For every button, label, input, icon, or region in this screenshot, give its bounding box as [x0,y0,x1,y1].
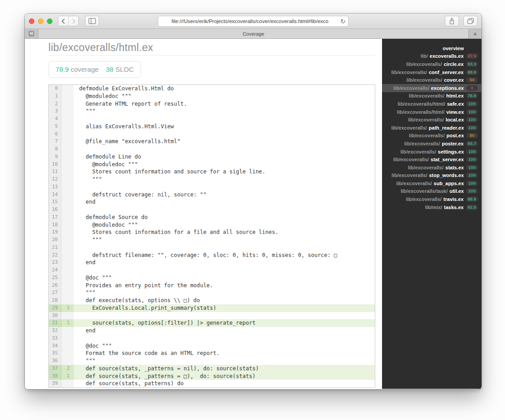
address-bar[interactable]: file:///Users/erik/Projects/excoveralls/… [158,16,349,27]
hit-count: 1 [61,373,74,380]
sidebar-file-item[interactable]: lib/excoveralls/settings.ex100 [382,148,481,156]
reload-icon[interactable]: ↻ [340,17,345,27]
sidebar-file-item[interactable]: lib/excoveralls/stats.ex100 [382,163,481,172]
sidebar-file-item[interactable]: lib/excoveralls/circle.ex93.3 [382,60,481,68]
coverage-percent-pill: 93.3 [466,61,478,67]
sloc-value: 38 [106,65,113,73]
sidebar-file-item[interactable]: lib/excoveralls/html/view.ex100 [382,108,481,116]
code-line: 34 @doc """ [49,342,375,350]
sidebar-file-item[interactable]: lib/mix/tasks.ex92.5 [382,203,481,211]
source-text [74,244,375,252]
browser-toolbar: file:///Users/erik/Projects/excoveralls/… [25,14,481,29]
hit-count [61,229,74,236]
sidebar-file-item[interactable]: lib/excoveralls/conf_server.ex88.9 [382,68,481,76]
sidebar-file-item[interactable]: lib/excoveralls/travis.ex88.9 [382,195,481,203]
code-line: 33 [49,335,375,342]
forward-button[interactable] [68,16,78,26]
line-number: 10 [49,161,61,168]
file-directory: lib/excoveralls/ [404,141,440,146]
coverage-percent-pill: 100 [466,188,478,194]
file-name: poster.ex [442,141,463,146]
line-number: 12 [49,176,61,183]
coverage-percent-pill: 100 [466,165,478,170]
code-line: 6 [49,131,375,138]
code-line: 27 """ [49,289,375,297]
source-text: ExCoveralls.Local.print_summary(stats) [74,304,375,312]
sidebar-file-item[interactable]: lib/excoveralls/html.ex78.9 [382,92,481,100]
sidebar-file-item[interactable]: lib/excoveralls/exceptions.ex0 [382,84,481,92]
pinned-tab[interactable]: H [25,29,38,38]
hit-count [61,282,74,289]
source-text: @doc """ [74,342,375,350]
coverage-percent-pill: 100 [466,117,478,122]
coverage-percent-pill: 85.7 [466,141,478,146]
line-number: 0 [49,85,61,93]
sidebar-file-item[interactable]: lib/excoveralls/poster.ex85.7 [382,140,481,148]
code-line: 9 defmodule Line do [49,153,375,161]
sidebar-toggle-button[interactable] [85,16,99,26]
sidebar-file-item[interactable]: lib/excoveralls/sub_apps.ex100 [382,179,481,187]
sidebar-file-item[interactable]: lib/excoveralls/post.ex80 [382,132,481,140]
close-window-button[interactable] [29,19,34,24]
file-directory: lib/ [420,53,428,59]
line-number: 5 [49,123,61,131]
window-controls [29,19,52,24]
minimize-window-button[interactable] [38,19,43,24]
coverage-percent-pill: 88.9 [466,70,478,75]
line-number: 19 [49,229,61,236]
code-line: 39 def source(stats, patterns) do [49,380,375,387]
line-number: 24 [49,266,61,274]
sidebar-file-item[interactable]: lib/excoveralls/path_reader.ex100 [382,124,481,132]
tab-coverage[interactable]: Coverage [38,29,469,38]
coverage-file-list: overviewlib/excoveralls.ex37.5lib/excove… [382,39,481,389]
hit-count: 1 [61,304,74,312]
file-name: stop_words.ex [429,173,464,178]
hit-count [61,191,74,199]
sidebar-file-item[interactable]: lib/excoveralls/stat_server.ex100 [382,155,481,163]
source-text: def source(stats, patterns) do [74,380,375,387]
new-tab-button[interactable]: + [469,29,481,38]
file-directory: lib/excoveralls/ [406,196,442,202]
code-line: 311 source(stats, options[:filter]) |> g… [49,319,375,327]
coverage-percent-pill: 80 [466,133,478,138]
source-text: """ [74,107,375,115]
sidebar-file-item[interactable]: lib/excoveralls.ex37.5 [382,52,481,61]
line-number: 8 [49,145,61,153]
hit-count [61,161,74,168]
code-line: 3 """ [49,107,375,115]
hit-count [61,100,74,108]
sidebar-file-item[interactable]: lib/excoveralls/cover.ex50 [382,76,481,84]
file-directory: lib/excoveralls/ [391,125,427,131]
coverage-percent-pill: 88.9 [466,196,478,202]
source-text: def source(stats, _patterns = □), do: so… [74,373,375,380]
file-directory: lib/excoveralls/ [392,173,427,178]
hit-count [61,335,74,342]
source-text [74,335,375,342]
line-number: 11 [49,168,61,176]
show-tabs-button[interactable] [463,16,477,26]
back-button[interactable] [58,16,68,26]
source-text [74,183,375,191]
hit-count [61,259,74,266]
source-text: end [74,327,375,335]
hit-count [61,176,74,183]
file-directory: lib/excoveralls/html/ [398,101,445,107]
code-line: 16 [49,206,375,214]
coverage-percent-pill: 100 [466,157,478,162]
sidebar-item-overview[interactable]: overview [382,44,481,52]
source-text: """ [74,176,375,183]
coverage-percent-pill: 0 [466,85,478,91]
coverage-summary-badge: 78.9 coverage 38 SLOC [48,61,141,78]
sidebar-file-item[interactable]: lib/excoveralls/local.ex100 [382,116,481,124]
coverage-percent-value: 78.9 [56,65,69,73]
file-directory: lib/excoveralls/ [406,77,442,83]
line-number: 4 [49,115,61,123]
coverage-label: coverage [71,65,99,73]
sidebar-file-item[interactable]: lib/excoveralls/task/util.ex100 [382,187,481,196]
share-button[interactable] [445,16,459,26]
code-line: 18 @moduledoc """ [49,221,375,229]
sidebar-file-item[interactable]: lib/excoveralls/stop_words.ex100 [382,172,481,180]
zoom-window-button[interactable] [47,19,52,24]
sidebar-file-item[interactable]: lib/excoveralls/html/safe.ex100 [382,100,481,108]
file-directory: lib/excoveralls/ [408,165,444,170]
